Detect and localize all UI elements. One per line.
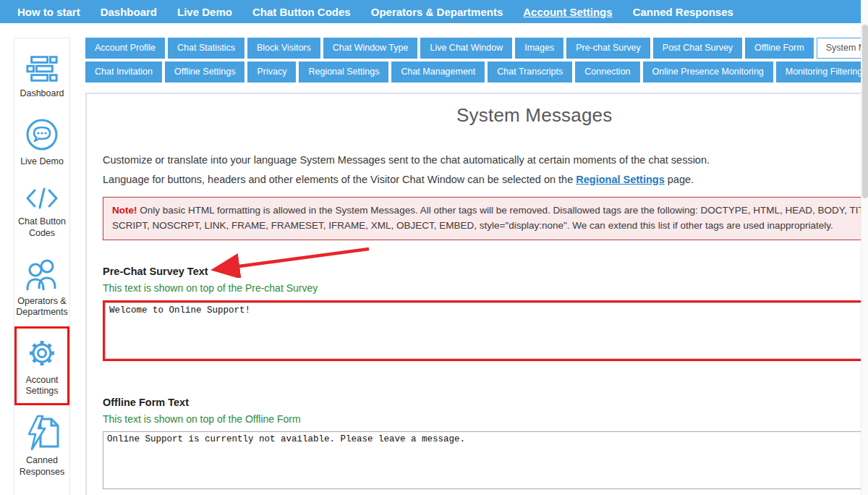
nav-item-account-settings[interactable]: Account Settings — [513, 6, 622, 18]
intro-text-2: Language for buttons, headers and other … — [103, 174, 868, 185]
tab-chat-invitation[interactable]: Chat Invitation — [85, 62, 162, 82]
note-text: Only basic HTML formatting is allowed in… — [112, 205, 868, 231]
tab-account-profile[interactable]: Account Profile — [85, 38, 165, 59]
pre-chat-survey-hint: This text is shown on top of the Pre-cha… — [103, 282, 868, 294]
scrollbar[interactable] — [861, 0, 868, 495]
people-icon — [25, 257, 59, 292]
settings-tabs-row-2: Chat InvitationOffline SettingsPrivacyRe… — [85, 62, 868, 82]
sidebar-item-canned-responses[interactable]: Canned Responses — [14, 405, 69, 486]
sidebar-item-operators-departments[interactable]: Operators & Departments — [14, 248, 69, 326]
tab-offline-form[interactable]: Offline Form — [745, 38, 814, 59]
intro-text-1: Customize or translate into your languag… — [103, 154, 868, 166]
tab-live-chat-window[interactable]: Live Chat Window — [420, 38, 512, 59]
tab-block-visitors[interactable]: Block Visitors — [247, 38, 320, 59]
note-label: Note! — [112, 205, 137, 216]
offline-form-hint: This text is shown on top of the Offline… — [103, 413, 868, 425]
sidebar-item-live-demo[interactable]: Live Demo — [14, 108, 69, 176]
sidebar-item-chat-button-codes[interactable]: Chat Button Codes — [14, 175, 69, 247]
gear-icon — [25, 336, 59, 371]
pre-chat-survey-section-header: Pre-Chat Survey Text — [103, 265, 868, 278]
nav-item-how-to-start[interactable]: How to start — [7, 6, 90, 18]
offline-form-text-label: Offline Form Text — [103, 397, 189, 408]
tab-images[interactable]: Images — [515, 38, 563, 59]
tab-monitoring-filtering[interactable]: Monitoring Filtering — [776, 62, 868, 82]
sidebar-item-dashboard[interactable]: Dashboard — [14, 44, 69, 108]
pre-chat-survey-textarea[interactable]: Welcome to Online Support! — [105, 302, 868, 359]
sidebar-item-label: Operators & Departments — [16, 296, 68, 318]
note-box: Note! Only basic HTML formatting is allo… — [103, 197, 868, 240]
sidebar-item-label: Live Demo — [20, 156, 64, 168]
nav-item-dashboard[interactable]: Dashboard — [90, 6, 167, 18]
tab-chat-statistics[interactable]: Chat Statistics — [168, 38, 244, 59]
pre-chat-survey-textarea-highlight: Welcome to Online Support! — [103, 300, 868, 361]
tab-connection[interactable]: Connection — [575, 62, 639, 82]
nav-item-canned-responses[interactable]: Canned Responses — [623, 6, 744, 18]
main-area: Account ProfileChat StatisticsBlock Visi… — [85, 38, 868, 495]
intro-text-2-prefix: Language for buttons, headers and other … — [103, 174, 576, 185]
scrollbar-thumb[interactable] — [862, 25, 868, 198]
sidebar-item-label: Account Settings — [18, 375, 66, 397]
code-icon — [25, 185, 59, 212]
nav-item-operators-departments[interactable]: Operators & Departments — [361, 6, 514, 18]
tab-chat-management[interactable]: Chat Management — [391, 62, 485, 82]
offline-form-section-header: Offline Form Text — [103, 396, 868, 409]
content-panel: System Messages Customize or translate i… — [85, 93, 868, 495]
sidebar-item-label: Canned Responses — [18, 455, 66, 478]
top-navigation: How to startDashboardLive DemoChat Butto… — [0, 0, 861, 23]
intro-text-2-suffix: page. — [665, 174, 694, 185]
red-annotation-arrow — [204, 245, 378, 278]
tab-post-chat-survey[interactable]: Post Chat Survey — [653, 38, 742, 59]
sidebar: Dashboard Live Demo Chat Button Codes — [14, 38, 70, 495]
tab-privacy[interactable]: Privacy — [247, 62, 296, 82]
tab-chat-transcripts[interactable]: Chat Transcripts — [488, 62, 572, 82]
sidebar-item-account-settings[interactable]: Account Settings — [14, 326, 69, 405]
tab-online-presence-monitoring[interactable]: Online Presence Monitoring — [643, 62, 773, 82]
nav-item-live-demo[interactable]: Live Demo — [167, 6, 242, 18]
offline-form-textarea-wrap: Online Support is currently not availabl… — [103, 431, 868, 489]
sidebar-item-label: Chat Button Codes — [18, 216, 66, 239]
tab-regional-settings[interactable]: Regional Settings — [299, 62, 388, 82]
tab-offline-settings[interactable]: Offline Settings — [165, 62, 245, 82]
nav-item-chat-button-codes[interactable]: Chat Button Codes — [242, 6, 361, 18]
settings-tabs-row-1: Account ProfileChat StatisticsBlock Visi… — [85, 38, 868, 59]
pre-chat-survey-text-label: Pre-Chat Survey Text — [103, 266, 208, 277]
sidebar-item-label: Dashboard — [20, 88, 64, 100]
lightning-page-icon — [25, 415, 59, 451]
tab-chat-window-type[interactable]: Chat Window Type — [323, 38, 418, 59]
tab-pre-chat-survey[interactable]: Pre-chat Survey — [566, 38, 650, 59]
chat-bubble-icon — [25, 117, 59, 152]
regional-settings-link[interactable]: Regional Settings — [576, 174, 664, 185]
offline-form-textarea[interactable]: Online Support is currently not availabl… — [103, 431, 868, 489]
dashboard-icon — [25, 54, 59, 84]
page-layout: Dashboard Live Demo Chat Button Codes — [0, 23, 868, 495]
page-title: System Messages — [103, 104, 868, 127]
